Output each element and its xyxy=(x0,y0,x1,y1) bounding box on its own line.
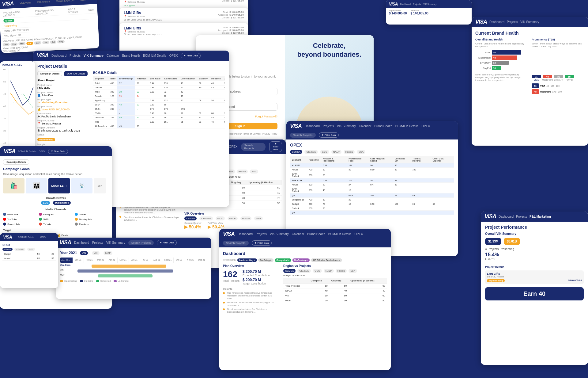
cd-filter[interactable]: ▼ Filter Data xyxy=(48,149,68,154)
bh-bar-bitmart: BITMART 32 xyxy=(475,61,528,65)
earn-40-label: Earn 40 xyxy=(488,290,581,297)
top-left-table-card: VISA VNL/Value PO Amount Margin Expected… xyxy=(0,0,99,53)
bcm-ilm-table: Segment Base Breakthrough Attention Link… xyxy=(93,76,225,128)
lmn-location: 📍 Belarus, Russia xyxy=(124,1,162,3)
visa-logo-pd: VISA xyxy=(37,52,48,59)
prominence-label: Prominence (T28) xyxy=(532,38,584,41)
about-project-label: About Project xyxy=(37,79,89,82)
forgot-password-link[interactable]: Forgot Password? xyxy=(255,115,277,118)
ecommerce-tag: eCommerce xyxy=(53,201,71,205)
campaign-tab[interactable]: Campaign Details xyxy=(3,159,29,165)
overall-bh-label: Overall Brand Health xyxy=(475,38,528,41)
filter-button[interactable]: ▼ Filter Data xyxy=(269,141,282,152)
bh-bar-paypal: PayPal 18 xyxy=(475,66,528,70)
lmn-status: Inprogress xyxy=(124,4,162,7)
visa-logo-opex: VISA xyxy=(290,123,302,129)
vik-summary-card: VISA Dashboard Projects P&L Marketing Pr… xyxy=(481,212,588,365)
bcm-ilm-title: BCM-ILM Details xyxy=(93,71,225,74)
mini-filter-btn[interactable]: ▼ Filter Data xyxy=(2,262,21,267)
filter-gifts[interactable]: AIB Gifts for Cardholders × xyxy=(311,258,342,262)
vik-perf-title: Project Performance xyxy=(485,225,584,230)
campaign-goals-text: Drive usage, acquisition and ticket sale… xyxy=(3,173,109,176)
vik-ssa-tab[interactable]: SSA xyxy=(254,216,263,220)
bd-region-table: CompleteOngoingUpcoming (4 Weeks) Total … xyxy=(283,278,387,303)
visa-logo: VISA xyxy=(2,0,14,7)
prominence-desc: When I think about brand ways to achieve… xyxy=(532,42,584,48)
pd-filter[interactable]: ▼ Filter Data xyxy=(181,53,201,58)
projects-presenting: 4 Projects Presenting xyxy=(485,247,584,251)
bcm-ilm-tab[interactable]: BCM-ILM Details xyxy=(64,71,87,76)
ssa-tab[interactable]: SSA xyxy=(250,170,258,174)
russia-tab[interactable]: Russia xyxy=(237,170,248,174)
opex-cemea[interactable]: CEMEA xyxy=(290,150,302,154)
visa-logo-tr: VISA xyxy=(389,2,398,6)
opex-russia[interactable]: Russia xyxy=(344,150,355,154)
campaign-goals-title: Campaign Goals xyxy=(3,167,109,171)
dashboard-search[interactable]: Search Projects xyxy=(241,143,266,151)
vik-value2: $3.61B xyxy=(504,238,520,245)
visa-logo-vik: VISA xyxy=(484,213,496,220)
bh-bar-mc: Mastercard 48 xyxy=(475,55,528,60)
visa-logo-lm: VISA xyxy=(3,235,12,239)
visa-logo-bh: VISA xyxy=(475,19,487,25)
bd-search[interactable]: Search Projects xyxy=(223,241,249,246)
project-name: LMN Gifts xyxy=(37,87,89,90)
mini-opex-title: OPEX xyxy=(2,243,56,246)
vik-gcc-tab[interactable]: GCC xyxy=(216,216,225,220)
bottom-dashboard-card: VISA Dashboard Projects VIK Summary Cale… xyxy=(219,229,391,370)
vik-pct-label: ▶ 15.4% xyxy=(485,258,584,260)
bh-bar-visa: VISA 56 xyxy=(475,50,528,55)
hero-text: Celebrate,beyond boundaries. xyxy=(285,41,374,59)
bd-total-projects: 162 xyxy=(223,269,239,279)
visa-logo-cd: VISA xyxy=(4,148,15,155)
filter-completed[interactable]: Completed × xyxy=(275,258,291,262)
project-details-title: Project Details xyxy=(37,64,225,69)
brand-health-card: VISA Dashboard Projects VIK Summary Curr… xyxy=(472,17,588,146)
year-calendar-card: VISA Dashboard Projects VIK Summary Sear… xyxy=(56,238,211,299)
opex-ssa[interactable]: SSA xyxy=(357,150,365,154)
vik-cissee-tab[interactable]: CIS/SEE xyxy=(199,216,213,220)
opex-title: OPEX xyxy=(290,143,454,147)
vik-percentage: 15.4% xyxy=(485,252,584,258)
filter-implementing[interactable]: Implementing × xyxy=(237,258,257,262)
visa-logo-bd: VISA xyxy=(223,231,235,237)
opex-nalp[interactable]: NALP xyxy=(331,150,341,154)
cal-search[interactable]: Search Projects xyxy=(128,240,154,245)
brand-health-title: Current Brand Health xyxy=(475,31,584,36)
growth-drivers-label: Growth Drivers xyxy=(3,197,109,200)
eds-tag: EDS xyxy=(41,201,50,205)
opex-cissee[interactable]: CIS/SEE xyxy=(304,150,318,154)
bd-title: Dashboard xyxy=(223,251,387,256)
full-year-label: Full Year View xyxy=(208,222,224,224)
vik-value1: $1.93M xyxy=(485,238,501,245)
chart-title: BCM-ILM Details xyxy=(2,64,33,67)
opex-filter[interactable]: ▼ Filter Data xyxy=(319,132,339,138)
visa-logo-cal: VISA xyxy=(59,239,71,246)
left-mini-card: VISA BCM-ILM Details OPEX OPEX CEMEA CIS… xyxy=(0,233,58,288)
overall-vik-label: Overall VIK Summary xyxy=(485,232,584,235)
opex-table: Segment Personnel Network & Processing P… xyxy=(290,156,454,215)
current-q-value: ▶ 50.4% xyxy=(184,224,202,229)
current-q-label: Current Quarter xyxy=(184,222,202,224)
bd-filter[interactable]: ▼ Filter Data xyxy=(252,240,272,246)
lmn-bot-title: LMN Gifts xyxy=(124,26,162,30)
top-left-table: VNL/Value USD 230,700.00PO Amount USD 12… xyxy=(1,6,97,39)
campaign-details-btn[interactable]: Campaign Details xyxy=(37,71,62,76)
opex-search[interactable]: Search Projects xyxy=(290,133,316,138)
top-right-tiny-card: VISA Dashboard Projects VIK Summary Impl… xyxy=(386,0,472,25)
vik-overview-title: VIK Overview xyxy=(184,212,282,215)
bh-note: Note: some of Q3 projects were partially… xyxy=(475,73,528,82)
full-year-value: ▶ 50.4% xyxy=(208,224,224,229)
lmn-mid-title: LMN Gifts xyxy=(124,11,162,15)
vik-cemea-tab[interactable]: CEMEA xyxy=(184,216,197,220)
vik-russia-tab[interactable]: Russia xyxy=(240,216,251,220)
cal-filter[interactable]: ▼ Filter Data xyxy=(157,240,177,245)
vik-nalp-tab[interactable]: NALP xyxy=(228,216,238,220)
filter-upcoming[interactable]: Up-Coming × xyxy=(292,258,310,262)
media-channels-label: Media Channels xyxy=(3,208,109,211)
overall-bh-desc: Overall Visa brand's health score agains… xyxy=(475,42,528,48)
cal-year-title: Year 2021 xyxy=(60,251,77,255)
target-label: Target xyxy=(3,229,109,232)
filter-ongoing[interactable]: On Going × xyxy=(258,258,273,262)
opex-gcc[interactable]: GCC xyxy=(320,150,329,154)
